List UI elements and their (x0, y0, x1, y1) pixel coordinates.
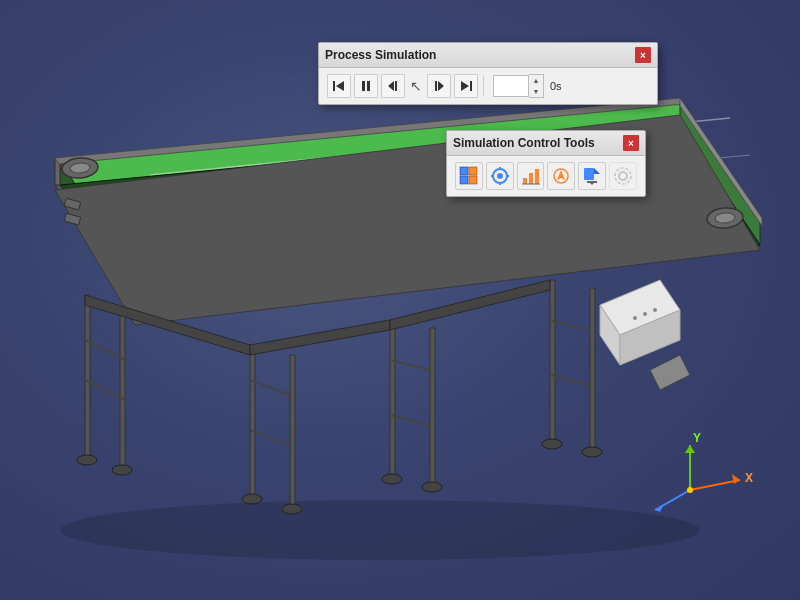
svg-rect-70 (470, 81, 472, 91)
svg-point-26 (242, 494, 262, 504)
sim-tools-title: Simulation Control Tools (453, 136, 595, 150)
svg-line-36 (550, 320, 590, 330)
cursor-mode-button[interactable]: ↖ (408, 78, 424, 94)
process-sim-close-button[interactable]: × (635, 47, 651, 63)
svg-line-19 (85, 380, 125, 400)
svg-marker-62 (336, 81, 344, 91)
svg-point-48 (653, 308, 657, 312)
svg-point-91 (619, 172, 627, 180)
svg-point-38 (542, 439, 562, 449)
time-value-input[interactable]: 0.1 (493, 75, 529, 97)
analysis-tool-button[interactable] (547, 162, 575, 190)
svg-line-37 (550, 375, 590, 385)
motion-study-tool-button[interactable] (486, 162, 514, 190)
time-spinner: ▲ ▼ (529, 74, 544, 98)
process-sim-content: ↖ 0.1 ▲ ▼ 0s (319, 68, 657, 104)
svg-point-0 (60, 500, 700, 560)
svg-line-25 (250, 430, 290, 445)
simulation-setup-tool-button[interactable] (455, 162, 483, 190)
svg-marker-53 (732, 474, 740, 484)
rewind-start-button[interactable] (327, 74, 351, 98)
svg-marker-35 (590, 288, 595, 453)
svg-text:Y: Y (693, 431, 701, 445)
svg-marker-86 (557, 170, 565, 180)
svg-marker-28 (390, 320, 395, 480)
fast-forward-button[interactable] (454, 74, 478, 98)
results-tool-button[interactable] (517, 162, 545, 190)
svg-rect-64 (367, 81, 370, 91)
svg-rect-87 (584, 168, 594, 180)
svg-rect-71 (460, 167, 468, 175)
svg-rect-63 (362, 81, 365, 91)
svg-text:X: X (745, 471, 753, 485)
svg-point-27 (282, 504, 302, 514)
svg-rect-61 (333, 81, 335, 91)
export-tool-button[interactable] (578, 162, 606, 190)
svg-marker-51 (650, 355, 690, 390)
svg-rect-66 (395, 81, 397, 91)
svg-marker-56 (685, 445, 695, 453)
svg-marker-59 (655, 504, 664, 512)
svg-point-33 (422, 482, 442, 492)
svg-marker-17 (120, 310, 125, 470)
step-forward-button[interactable] (427, 74, 451, 98)
svg-marker-69 (461, 81, 469, 91)
svg-rect-72 (469, 167, 477, 175)
sim-tools-close-button[interactable]: × (623, 135, 639, 151)
time-input-group: 0.1 ▲ ▼ (493, 74, 544, 98)
svg-point-32 (382, 474, 402, 484)
svg-marker-88 (594, 168, 600, 174)
svg-marker-23 (290, 355, 295, 510)
svg-rect-81 (523, 178, 527, 184)
svg-point-60 (687, 487, 693, 493)
svg-line-31 (390, 415, 430, 425)
svg-marker-90 (589, 182, 595, 185)
svg-rect-83 (535, 169, 539, 184)
svg-line-52 (690, 480, 740, 490)
step-back-button[interactable] (381, 74, 405, 98)
time-increment-button[interactable]: ▲ (529, 75, 543, 86)
simulation-control-tools-dialog: Simulation Control Tools × (446, 130, 646, 197)
pause-button[interactable] (354, 74, 378, 98)
svg-line-30 (390, 360, 430, 370)
process-sim-title: Process Simulation (325, 48, 436, 62)
svg-marker-16 (85, 295, 90, 460)
svg-point-46 (633, 316, 637, 320)
settings-tool-button[interactable] (609, 162, 637, 190)
svg-rect-74 (469, 176, 477, 184)
svg-point-92 (615, 168, 631, 184)
svg-rect-68 (435, 81, 437, 91)
svg-point-47 (643, 312, 647, 316)
process-sim-titlebar[interactable]: Process Simulation × (319, 43, 657, 68)
svg-marker-67 (438, 81, 444, 91)
svg-rect-82 (529, 173, 533, 184)
svg-point-20 (77, 455, 97, 465)
sim-tools-titlebar[interactable]: Simulation Control Tools × (447, 131, 645, 156)
sim-tools-content (447, 156, 645, 196)
svg-point-76 (497, 173, 503, 179)
svg-marker-34 (550, 280, 555, 445)
svg-point-39 (582, 447, 602, 457)
svg-rect-73 (460, 176, 468, 184)
process-simulation-dialog: Process Simulation × ↖ 0.1 ▲ (318, 42, 658, 105)
svg-marker-22 (250, 345, 255, 500)
svg-line-18 (85, 340, 125, 360)
time-decrement-button[interactable]: ▼ (529, 86, 543, 97)
svg-marker-41 (250, 320, 390, 355)
svg-point-21 (112, 465, 132, 475)
separator (483, 76, 484, 96)
svg-line-24 (250, 380, 290, 395)
time-unit-label: 0s (550, 80, 562, 92)
svg-marker-65 (388, 81, 394, 91)
svg-marker-29 (430, 328, 435, 488)
